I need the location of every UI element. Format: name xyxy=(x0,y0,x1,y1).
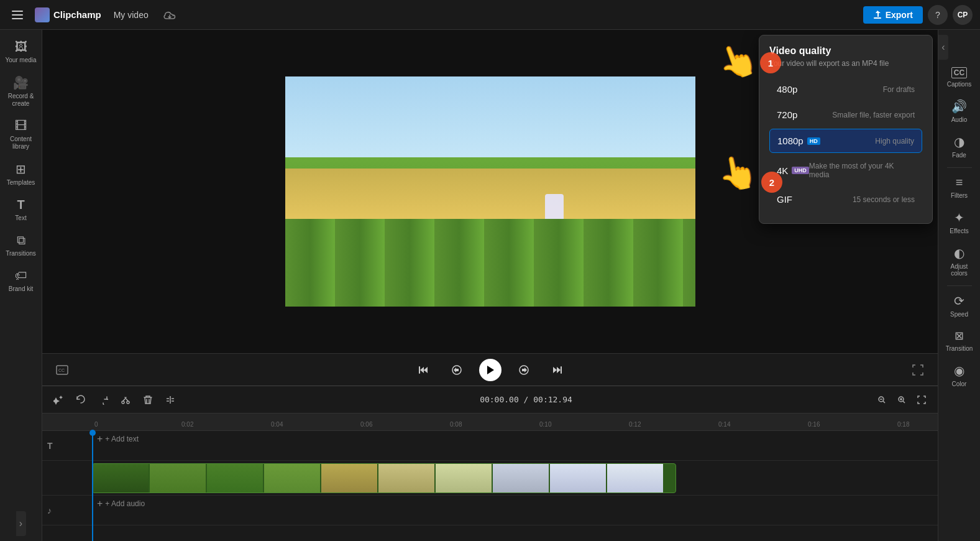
magic-tool-button[interactable] xyxy=(50,391,67,409)
video-track-content[interactable] xyxy=(92,461,938,495)
rs-item-filters[interactable]: ≡ Filters xyxy=(941,170,978,204)
video-clip[interactable] xyxy=(92,463,676,493)
add-audio-button[interactable]: + + Add audio xyxy=(92,496,938,512)
svg-marker-8 xyxy=(487,366,494,374)
skip-backward-button[interactable] xyxy=(414,360,434,380)
text-track-icon: T xyxy=(47,441,53,451)
zoom-out-button[interactable] xyxy=(873,391,891,409)
app-name: Clipchamp xyxy=(53,9,101,20)
delete-button[interactable] xyxy=(139,391,157,409)
sidebar-item-transitions[interactable]: ⧉ Transitions xyxy=(2,228,40,262)
dropdown-subtitle: Your video will export as an MP4 file xyxy=(769,59,922,68)
thumb-8 xyxy=(493,464,549,492)
rs-item-captions[interactable]: CC Captions xyxy=(941,62,978,93)
uhd-badge: UHD xyxy=(792,167,809,174)
rs-item-effects[interactable]: ✦ Effects xyxy=(941,205,978,239)
quality-option-4k[interactable]: 4K UHD Make the most of your 4K media xyxy=(769,155,922,185)
rs-item-transition[interactable]: ⊠ Transition xyxy=(941,324,978,357)
sidebar-collapse-button[interactable]: › xyxy=(16,511,26,536)
video-title[interactable]: My video xyxy=(109,7,153,22)
quality-name-1080p: 1080p HD xyxy=(777,136,820,146)
fullscreen-button[interactable] xyxy=(908,360,928,380)
quality-option-720p[interactable]: 720p Smaller file, faster export xyxy=(769,103,922,126)
svg-rect-1 xyxy=(12,14,23,16)
fit-to-view-button[interactable] xyxy=(913,391,930,409)
menu-button[interactable] xyxy=(7,5,27,25)
sidebar-item-templates[interactable]: ⊞ Templates xyxy=(2,157,40,192)
rewind-button[interactable] xyxy=(447,360,467,380)
quality-option-gif[interactable]: GIF 15 seconds or less xyxy=(769,188,922,211)
sidebar-item-brand-kit[interactable]: 🏷 Brand kit xyxy=(2,264,40,298)
ruler-mark-0: 0 xyxy=(92,421,181,428)
text-track-content[interactable]: + + Add text xyxy=(92,431,938,460)
thumb-9 xyxy=(550,464,606,492)
sidebar-item-label-text: Text xyxy=(15,215,26,222)
rs-item-label-captions: Captions xyxy=(947,81,971,88)
quality-name-480p: 480p xyxy=(777,84,797,95)
captions-toggle-button[interactable]: CC xyxy=(52,360,72,380)
content-library-icon: 🎞 xyxy=(15,119,27,133)
split-button[interactable] xyxy=(162,391,179,409)
audio-track-icon: ♪ xyxy=(47,506,52,516)
fast-forward-button[interactable] xyxy=(514,360,534,380)
rs-item-fade[interactable]: ◑ Fade xyxy=(941,129,978,164)
video-frame xyxy=(285,76,695,307)
sidebar-item-text[interactable]: T Text xyxy=(2,193,40,227)
playhead-handle[interactable] xyxy=(89,430,96,436)
user-avatar[interactable]: CP xyxy=(953,5,973,25)
cut-button[interactable] xyxy=(117,391,134,409)
redo-button[interactable] xyxy=(94,391,112,409)
captions-icon: CC xyxy=(951,67,967,78)
speed-icon: ⟳ xyxy=(954,294,964,308)
timeline-zoom-controls xyxy=(873,391,930,409)
center-area: Video quality Your video will export as … xyxy=(42,30,938,541)
sidebar-item-your-media[interactable]: 🖼 Your media xyxy=(2,35,40,69)
export-button[interactable]: Export xyxy=(863,6,923,24)
zoom-in-button[interactable] xyxy=(893,391,910,409)
thumb-7 xyxy=(436,464,492,492)
ruler-mark-16: 0:16 xyxy=(808,421,897,428)
topbar-right: Export ? CP xyxy=(863,5,973,25)
rs-item-label-audio: Audio xyxy=(951,116,968,123)
quality-option-1080p[interactable]: 1080p HD High quality xyxy=(769,129,922,153)
topbar: Clipchamp My video Export ? CP xyxy=(0,0,980,30)
app-logo: Clipchamp xyxy=(35,7,101,22)
quality-4k-text: 4K xyxy=(777,165,788,176)
skip-forward-button[interactable] xyxy=(546,360,566,380)
sidebar-item-record-create[interactable]: 🎥 Record & create xyxy=(2,70,40,113)
ruler-mark-12: 0:12 xyxy=(629,421,718,428)
add-text-button[interactable]: + + Add text xyxy=(92,431,938,447)
quality-option-480p[interactable]: 480p For drafts xyxy=(769,78,922,101)
rs-item-color[interactable]: ◉ Color xyxy=(941,358,978,392)
undo-button[interactable] xyxy=(72,391,89,409)
thumb-6 xyxy=(378,464,434,492)
rs-item-audio[interactable]: 🔊 Audio xyxy=(941,94,978,128)
rs-item-label-adjust-colors: Adjust colors xyxy=(943,263,976,277)
timeline-toolbar: 00:00.00 / 00:12.94 xyxy=(42,386,938,414)
quality-name-gif: GIF xyxy=(777,194,792,205)
rs-item-adjust-colors[interactable]: ◐ Adjust colors xyxy=(941,241,978,282)
sidebar-item-content-library[interactable]: 🎞 Content library xyxy=(2,114,40,155)
audio-track-content[interactable]: + + Add audio xyxy=(92,496,938,525)
right-sidebar-collapse-button[interactable]: ‹ xyxy=(938,35,948,60)
text-track-label: T xyxy=(42,441,92,451)
ruler-mark-14: 0:14 xyxy=(718,421,808,428)
timeline-tracks-area: 0 0:02 0:04 0:06 0:08 0:10 0:12 0:14 0:1… xyxy=(42,414,938,541)
thumb-10 xyxy=(607,464,663,492)
rs-item-label-effects: Effects xyxy=(950,228,968,234)
quality-name-4k: 4K UHD xyxy=(777,165,809,176)
add-text-label: + Add text xyxy=(105,435,139,443)
ruler-mark-2: 0:02 xyxy=(181,421,271,428)
rs-item-speed[interactable]: ⟳ Speed xyxy=(941,289,978,323)
scene-horizon xyxy=(285,169,695,226)
main-area: 🖼 Your media 🎥 Record & create 🎞 Content… xyxy=(0,30,980,541)
dropdown-title: Video quality xyxy=(769,45,922,57)
export-quality-dropdown: Video quality Your video will export as … xyxy=(759,35,933,224)
play-button[interactable] xyxy=(479,359,501,381)
svg-rect-2 xyxy=(12,18,23,19)
your-media-icon: 🖼 xyxy=(15,40,27,54)
topbar-left: Clipchamp My video xyxy=(7,5,856,25)
sidebar-item-label-templates: Templates xyxy=(7,179,35,187)
sidebar-item-label-record-create: Record & create xyxy=(5,93,37,108)
help-button[interactable]: ? xyxy=(928,5,948,25)
